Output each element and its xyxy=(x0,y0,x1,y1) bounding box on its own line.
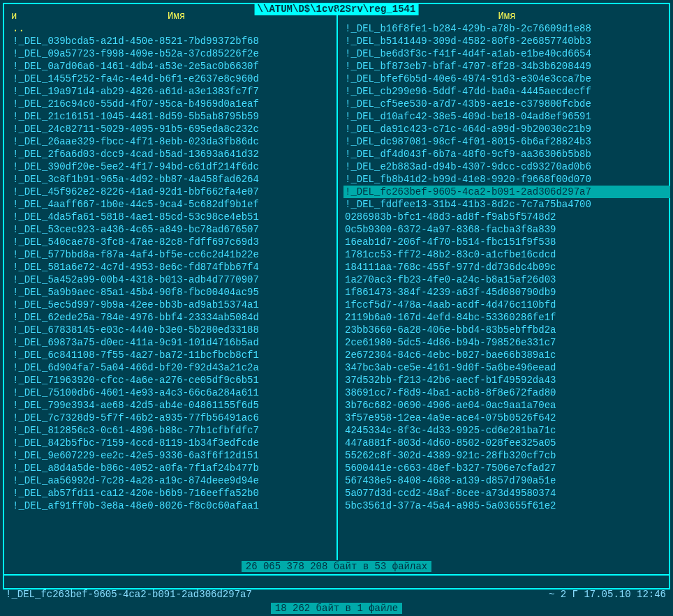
file-row[interactable]: !_DEL_fb8b41d2-b99d-41e8-9920-f9668f00d0… xyxy=(343,173,670,186)
file-row[interactable]: !_DEL_6c841108-7f55-4a27-ba72-11bcfbcb8c… xyxy=(11,349,336,361)
file-row[interactable]: !_DEL_fddfee13-31b4-41b3-8d2c-7c7a75ba47… xyxy=(343,198,670,211)
status-info: ~ 2 Г 17.05.10 12:46 xyxy=(549,588,666,601)
file-row[interactable]: !_DEL_aa56992d-7c28-4a28-a19c-874deee9d9… xyxy=(11,474,336,487)
left-header-name: Имя xyxy=(168,10,185,22)
file-row[interactable]: !_DEL_842b5fbc-7159-4ccd-8119-1b34f3edfc… xyxy=(11,437,336,449)
mid-border xyxy=(3,574,670,576)
bottom-summary-text: 18 262 байт в 1 файле xyxy=(271,603,402,614)
file-row[interactable]: !_DEL_26aae329-fbcc-4f71-8ebb-023da3fb86… xyxy=(11,135,336,148)
file-row[interactable]: !_DEL_df4d043f-6b7a-48f0-9cf9-aa36306b5b… xyxy=(343,148,670,160)
right-file-list: !_DEL_b16f8fe1-b284-429b-a78b-2c76609d1e… xyxy=(343,22,670,512)
file-row[interactable]: !_DEL_b16f8fe1-b284-429b-a78b-2c76609d1e… xyxy=(343,22,670,35)
file-row[interactable]: !_DEL_812856c3-0c61-4896-b88c-77b1cfbfdf… xyxy=(11,424,336,437)
file-row[interactable]: 567438e5-8408-4688-a139-d857d790a51e xyxy=(343,474,670,487)
file-row[interactable]: !_DEL_af91ff0b-3e8a-48e0-8026-f8c0c60afa… xyxy=(11,499,336,512)
file-row[interactable]: !_DEL_540cae78-3fc8-47ae-82c8-fdff697c69… xyxy=(11,236,336,248)
file-row[interactable]: !_DEL_dc987081-98cf-4f01-8015-6b6af28824… xyxy=(343,135,670,148)
file-row[interactable]: !_DEL_d10afc42-38e5-409d-be18-04ad8ef965… xyxy=(343,110,670,123)
file-row[interactable]: !_DEL_71963920-cfcc-4a6e-a276-ce05df9c6b… xyxy=(11,374,336,386)
file-row[interactable]: !_DEL_1455f252-fa4c-4e4d-b6f1-e2637e8c96… xyxy=(11,73,336,85)
file-row[interactable]: !_DEL_fc263bef-9605-4ca2-b091-2ad306d297… xyxy=(343,186,670,198)
file-row[interactable]: 3f57e958-12ea-4a9e-ace4-075b0526f642 xyxy=(343,412,670,424)
file-row[interactable]: 184111aa-768c-455f-977d-dd736dc4b09c xyxy=(343,261,670,273)
file-row[interactable]: 2119b6a0-167d-4efd-84bc-53360286fe1f xyxy=(343,311,670,324)
status-bar: !_DEL_fc263bef-9605-4ca2-b091-2ad306d297… xyxy=(4,588,669,601)
file-row[interactable]: 3b76c682-0690-4906-ae04-0ac9aa1a70ea xyxy=(343,399,670,412)
bottom-border xyxy=(3,588,670,589)
file-row[interactable]: !_DEL_577bbd8a-f87a-4af4-bf5e-cc6c2d41b2… xyxy=(11,248,336,261)
file-row[interactable]: !_DEL_799e3934-ae68-42d5-ab4e-04861155f6… xyxy=(11,399,336,412)
file-row[interactable]: !_DEL_216c94c0-55dd-4f07-95ca-b4969d0a1e… xyxy=(11,98,336,110)
file-row[interactable]: 5600441e-c663-48ef-b327-7506e7cfad27 xyxy=(343,462,670,474)
file-row[interactable]: 347bc3ab-ce5e-4161-9d0f-5a6be496eead xyxy=(343,361,670,374)
file-row[interactable]: !_DEL_24c82711-5029-4095-91b5-695eda8c23… xyxy=(11,123,336,135)
file-row[interactable]: !_DEL_53cec923-a436-4c65-a849-bc78ad6765… xyxy=(11,223,336,236)
file-row[interactable]: 447a881f-803d-4d60-8502-028fee325a05 xyxy=(343,437,670,449)
file-row[interactable]: !_DEL_62ede25a-784e-4976-bbf4-23334ab508… xyxy=(11,311,336,324)
file-row[interactable]: !_DEL_19a971d4-ab29-4826-a61d-a3e1383fc7… xyxy=(11,85,336,98)
file-row[interactable]: 55262c8f-302d-4389-921c-28fb320cf7cb xyxy=(343,449,670,462)
file-row[interactable]: !_DEL_bf873eb7-bfaf-4707-8f28-34b3b62084… xyxy=(343,60,670,73)
file-row[interactable]: !_DEL_45f962e2-8226-41ad-92d1-bbf662fa4e… xyxy=(11,186,336,198)
file-row[interactable]: !_DEL_4aaff667-1b0e-44c5-9ca4-5c682df9b1… xyxy=(11,198,336,211)
file-row[interactable]: 16eab1d7-206f-4f70-b514-fbc151f9f538 xyxy=(343,236,670,248)
file-row[interactable]: !_DEL_bfef6b5d-40e6-4974-91d3-e304e3cca7… xyxy=(343,73,670,85)
file-row[interactable]: !_DEL_5a452a99-00b4-4318-b013-adb4d77709… xyxy=(11,273,336,286)
file-row[interactable]: !_DEL_5a9b9aec-85a1-45b4-90f8-fbc00404ac… xyxy=(11,286,336,299)
file-row[interactable]: !_DEL_cf5ee530-a7d7-43b9-ae1e-c379800fcb… xyxy=(343,98,670,110)
file-row[interactable]: !_DEL_a8d4a5de-b86c-4052-a0fa-7f1af24b47… xyxy=(11,462,336,474)
file-row[interactable]: !_DEL_2f6a6d03-dcc9-4cad-b5ad-13693a641d… xyxy=(11,148,336,160)
left-file-list: !_DEL_039bcda5-a21d-450e-8521-7bd99372bf… xyxy=(11,35,336,512)
file-row[interactable]: 0c5b9300-6372-4a97-8368-facba3f8a839 xyxy=(343,223,670,236)
file-row[interactable]: 23bb3660-6a28-406e-bbd4-83b5ebffbd2a xyxy=(343,324,670,336)
right-header: Имя xyxy=(343,10,670,22)
file-row[interactable]: 2e672304-84c6-4ebc-b027-bae66b389a1c xyxy=(343,349,670,361)
column-divider xyxy=(336,8,338,560)
file-row[interactable]: !_DEL_da91c423-c71c-464d-a99d-9b20030c21… xyxy=(343,123,670,135)
left-header-prefix: и xyxy=(11,10,17,22)
file-row[interactable]: !_DEL_ab57fd11-ca12-420e-b6b9-716eeffa52… xyxy=(11,487,336,499)
file-row[interactable]: !_DEL_5ec5d997-9b9a-42ee-bb3b-ad9ab15374… xyxy=(11,299,336,311)
file-row[interactable]: !_DEL_039bcda5-a21d-450e-8521-7bd99372bf… xyxy=(11,35,336,47)
file-row[interactable]: !_DEL_67838145-e03c-4440-b3e0-5b280ed331… xyxy=(11,324,336,336)
file-row[interactable]: 1a270ac3-fb23-4fe0-a24c-b8a15af26d03 xyxy=(343,273,670,286)
file-row[interactable]: 2ce61980-5dc5-4d86-b94b-798526e331c7 xyxy=(343,336,670,349)
status-filename: !_DEL_fc263bef-9605-4ca2-b091-2ad306d297… xyxy=(6,588,252,601)
file-row[interactable]: !_DEL_6d904fa7-5a04-466d-bf20-f92d43a21c… xyxy=(11,361,336,374)
panel-frame: \\ATUM\D$\1cv82Srv\reg_1541 и Имя .. !_D… xyxy=(3,3,670,589)
file-row[interactable]: !_DEL_69873a75-d0ec-411a-9c91-101d4716b5… xyxy=(11,336,336,349)
file-row[interactable]: !_DEL_4da5fa61-5818-4ae1-85cd-53c98ce4eb… xyxy=(11,211,336,223)
bottom-summary: 18 262 байт в 1 файле xyxy=(6,602,667,615)
right-header-name: Имя xyxy=(498,10,515,22)
file-row[interactable]: 5bc3561d-377a-45a4-a985-5a03655f61e2 xyxy=(343,499,670,512)
file-row[interactable]: !_DEL_9e607229-ee2c-42e5-9336-6a3f6f12d1… xyxy=(11,449,336,462)
file-row[interactable]: 4245334c-8f3c-4d33-9925-cd6e281ba71c xyxy=(343,424,670,437)
file-row[interactable]: !_DEL_21c16151-1045-4481-8d59-5b5ab8795b… xyxy=(11,110,336,123)
file-row[interactable]: 1781cc53-ff72-48b2-83c0-a1cfbe16cdcd xyxy=(343,248,670,261)
file-row[interactable]: !_DEL_75100db6-4601-4e93-a4c3-66c6a284a6… xyxy=(11,386,336,399)
right-column[interactable]: Имя !_DEL_b16f8fe1-b284-429b-a78b-2c7660… xyxy=(343,10,670,557)
file-row[interactable]: !_DEL_390df20e-5ee2-4f17-94bd-c61df214f6… xyxy=(11,160,336,173)
file-row[interactable]: !_DEL_581a6e72-4c7d-4953-8e6c-fd874fbb67… xyxy=(11,261,336,273)
file-row[interactable]: 1fccf5d7-478a-4aab-acdf-4d476c110bfd xyxy=(343,299,670,311)
file-row[interactable]: !_DEL_be6d3f3c-f41f-4d4f-a1ab-e1be40cd66… xyxy=(343,47,670,60)
file-row[interactable]: 37d532bb-f213-42b6-aecf-b1f49592da43 xyxy=(343,374,670,386)
file-row[interactable]: 5a077d3d-ccd2-48af-8cee-a73d49580374 xyxy=(343,487,670,499)
left-header: и Имя xyxy=(11,10,336,22)
file-row[interactable]: 1f861473-384f-4239-a63f-45d080790db9 xyxy=(343,286,670,299)
file-row[interactable]: 38691cc7-f8d9-4ba1-acb8-8f8e672fad80 xyxy=(343,386,670,399)
file-row[interactable]: !_DEL_09a57723-f998-409e-b52a-37cd85226f… xyxy=(11,47,336,60)
file-row[interactable]: !_DEL_3c8f1b91-965a-4d92-bb87-4a458fad62… xyxy=(11,173,336,186)
selection-summary: 26 065 378 208 байт в 53 файлах xyxy=(10,560,663,573)
file-row[interactable]: !_DEL_e2b883ad-d94b-4307-9dcc-cd93270ad0… xyxy=(343,160,670,173)
left-column[interactable]: и Имя .. !_DEL_039bcda5-a21d-450e-8521-7… xyxy=(11,10,336,557)
file-manager-panel: \\ATUM\D$\1cv82Srv\reg_1541 и Имя .. !_D… xyxy=(0,0,673,616)
selection-summary-text: 26 065 378 208 байт в 53 файлах xyxy=(242,561,431,572)
file-row[interactable]: !_DEL_7c7328d9-5f7f-46b2-a935-77fb56491a… xyxy=(11,412,336,424)
file-row[interactable]: !_DEL_b5141449-309d-4582-80f8-2e6857740b… xyxy=(343,35,670,47)
file-row[interactable]: !_DEL_0a7d06a6-1461-4db4-a53e-2e5ac0b663… xyxy=(11,60,336,73)
updir-row[interactable]: .. xyxy=(11,22,336,35)
file-row[interactable]: !_DEL_cb299e96-5ddf-47dd-ba0a-4445aecdec… xyxy=(343,85,670,98)
file-row[interactable]: 0286983b-bfc1-48d3-ad8f-f9ab5f5748d2 xyxy=(343,211,670,223)
